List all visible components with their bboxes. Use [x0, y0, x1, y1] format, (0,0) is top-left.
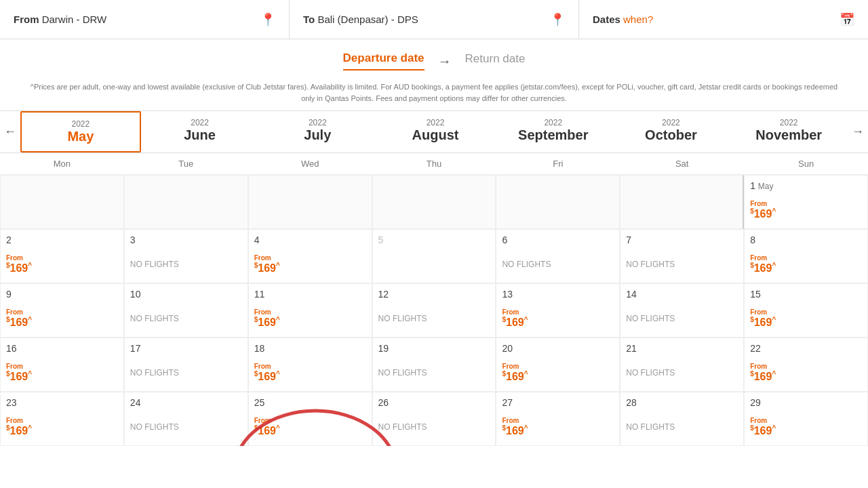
day-cell-10[interactable]: 10 NO FLIGHTS — [124, 283, 248, 338]
month-tab-june[interactable]: 2022 June — [141, 111, 259, 152]
day-cell-25[interactable]: 25 From $169^ — [248, 392, 372, 446]
to-location-icon: 📍 — [550, 12, 565, 27]
disclaimer: ^Prices are per adult, one-way and lowes… — [0, 77, 868, 110]
day-header-thu: Thu — [372, 153, 496, 175]
calendar: Mon Tue Wed Thu Fri Sat Sun 1 May From $… — [0, 153, 868, 446]
day-cell-12[interactable]: 12 NO FLIGHTS — [372, 283, 496, 338]
to-section[interactable]: To Bali (Denpasar) - DPS 📍 — [290, 0, 579, 39]
empty-cell — [496, 175, 620, 229]
day-cell-24[interactable]: 24 NO FLIGHTS — [124, 392, 248, 446]
departure-tab[interactable]: Departure date — [343, 52, 425, 70]
empty-cell — [248, 175, 372, 229]
from-location-icon: 📍 — [260, 12, 275, 27]
day-cell-8[interactable]: 8 From $169^ — [744, 229, 868, 283]
prev-month-button[interactable]: ← — [0, 118, 20, 146]
day-cell-4[interactable]: 4 From $169^ — [248, 229, 372, 283]
day-cell-23[interactable]: 23 From $169^ — [0, 392, 124, 446]
day-cell-28[interactable]: 28 NO FLIGHTS — [620, 392, 744, 446]
dates-label: Dates when? — [593, 14, 653, 25]
day-cell-13[interactable]: 13 From $169^ — [496, 283, 620, 338]
day-header-tue: Tue — [124, 153, 248, 175]
empty-cell — [620, 175, 744, 229]
day-cell-3[interactable]: 3 NO FLIGHTS — [124, 229, 248, 283]
day-cell-1[interactable]: 1 May From $169^ — [744, 175, 868, 229]
day-cell-21[interactable]: 21 NO FLIGHTS — [620, 338, 744, 392]
day-cell-11[interactable]: 11 From $169^ — [248, 283, 372, 338]
day-cell-26[interactable]: 26 NO FLIGHTS — [372, 392, 496, 446]
from-label: From Darwin - DRW — [14, 14, 106, 25]
month-tab-july[interactable]: 2022 July — [258, 111, 376, 152]
day-cell-9[interactable]: 9 From $169^ — [0, 283, 124, 338]
day-cell-27[interactable]: 27 From $169^ — [496, 392, 620, 446]
day-cell-18[interactable]: 18 From $169^ — [248, 338, 372, 392]
month-tab-november[interactable]: 2022 November — [730, 111, 848, 152]
day-cell-29[interactable]: 29 From $169^ — [744, 392, 868, 446]
day-cell-19[interactable]: 19 NO FLIGHTS — [372, 338, 496, 392]
calendar-icon: 📅 — [840, 12, 854, 27]
month-tab-may[interactable]: 2022 May — [20, 111, 141, 152]
day-cell-2[interactable]: 2 From $169^ — [0, 229, 124, 283]
day-cell-16[interactable]: 16 From $169^ — [0, 338, 124, 392]
day-cell-17[interactable]: 17 NO FLIGHTS — [124, 338, 248, 392]
day-cell-14[interactable]: 14 NO FLIGHTS — [620, 283, 744, 338]
empty-cell — [0, 175, 124, 229]
months-container: 2022 May 2022 June 2022 July 2022 August… — [20, 111, 848, 152]
return-tab[interactable]: Return date — [465, 52, 526, 70]
to-label: To Bali (Denpasar) - DPS — [303, 14, 418, 25]
day-header-fri: Fri — [496, 153, 620, 175]
day-header-sun: Sun — [744, 153, 868, 175]
day-header-wed: Wed — [248, 153, 372, 175]
day-header-sat: Sat — [620, 153, 744, 175]
month-nav: ← 2022 May 2022 June 2022 July 2022 Augu… — [0, 110, 868, 153]
date-tabs: Departure date → Return date — [0, 39, 868, 77]
day-cell-20[interactable]: 20 From $169^ — [496, 338, 620, 392]
day-cell-5[interactable]: 5 — [372, 229, 496, 283]
next-month-button[interactable]: → — [848, 118, 868, 146]
empty-cell — [124, 175, 248, 229]
day-cell-15[interactable]: 15 From $169^ — [744, 283, 868, 338]
from-section[interactable]: From Darwin - DRW 📍 — [0, 0, 290, 39]
day-cell-6[interactable]: 6 NO FLIGHTS — [496, 229, 620, 283]
day-cell-22[interactable]: 22 From $169^ — [744, 338, 868, 392]
dates-section[interactable]: Dates when? 📅 — [579, 0, 868, 39]
empty-cell — [372, 175, 496, 229]
header: From Darwin - DRW 📍 To Bali (Denpasar) -… — [0, 0, 868, 39]
day-header-mon: Mon — [0, 153, 124, 175]
month-tab-september[interactable]: 2022 September — [494, 111, 612, 152]
month-tab-october[interactable]: 2022 October — [612, 111, 730, 152]
day-cell-7[interactable]: 7 NO FLIGHTS — [620, 229, 744, 283]
calendar-grid: Mon Tue Wed Thu Fri Sat Sun 1 May From $… — [0, 153, 868, 446]
month-tab-august[interactable]: 2022 August — [376, 111, 494, 152]
arrow-icon: → — [438, 54, 452, 69]
